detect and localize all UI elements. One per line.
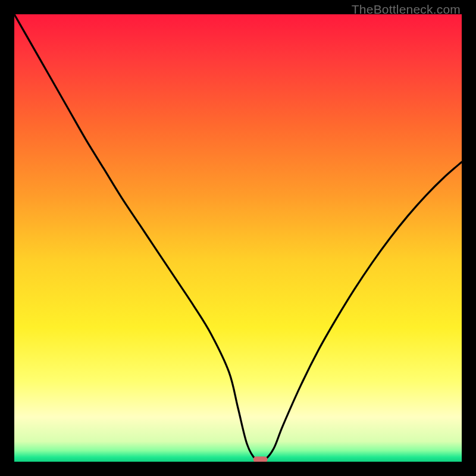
- chart-svg: [14, 14, 462, 462]
- gradient-background: [14, 14, 462, 462]
- chart-frame: [14, 14, 462, 462]
- optimal-marker: [253, 456, 268, 462]
- watermark-text: TheBottleneck.com: [352, 2, 461, 17]
